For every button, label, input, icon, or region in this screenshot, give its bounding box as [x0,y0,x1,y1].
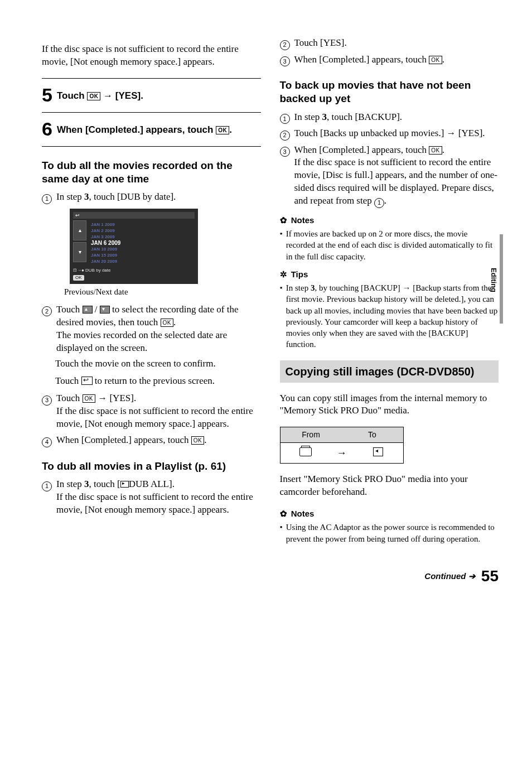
text: , touch [DUB by date]. [89,191,176,202]
screenshot-label: DUB by date [85,268,110,273]
notes-label: Notes [291,509,315,518]
subsection-dub-same-day: To dub all the movies recorded on the sa… [42,159,261,186]
playlist-substep-1: 1 In step 3, touch [DUB ALL]. If the dis… [42,478,261,517]
backup-substep-1: 1 In step 3, touch [BACKUP]. [280,111,499,124]
internal-memory-icon [299,447,312,456]
ok-button-icon: OK [216,126,229,134]
playlist-substep-3: 3 When [Completed.] appears, touch OK. [280,54,499,67]
substep-2: 2 Touch / to select the recording date o… [42,303,261,355]
date-item: JAN 15 2009 [91,252,192,258]
return-text: Touch to return to the previous screen. [55,375,261,388]
playlist-icon [120,481,129,488]
arrow-right-icon: → [331,446,353,460]
continued-label: Continued [424,571,466,581]
right-column: 2 Touch [YES]. 3 When [Completed.] appea… [280,33,499,549]
substep-4: 4 When [Completed.] appears, touch OK. [42,434,261,447]
continued-arrow-icon: ➔ [468,571,476,582]
side-tab-label: Editing [489,268,499,292]
page-footer: Continued ➔ 55 [42,566,499,587]
divider [42,78,261,79]
circled-3-icon: 3 [280,147,290,157]
note-item: Using the AC Adaptor as the power source… [280,522,499,544]
circled-1-icon: 1 [280,114,290,124]
text: Touch [56,304,83,315]
circled-3-icon: 3 [42,396,52,406]
memory-stick-icon [373,447,383,456]
notes-icon: ✿ [280,215,289,226]
return-icon [81,377,93,385]
text: Using the AC Adaptor as the power source… [286,522,499,544]
date-item: JAN 3 2009 [91,234,192,240]
return-icon: ↩ [75,212,80,219]
copy-media-table: From To → [280,427,404,464]
dub-icon: ⊡→● [73,268,85,273]
step-number-6: 6 [42,119,52,138]
backup-substep-3: 3 When [Completed.] appears, touch OK. I… [280,144,499,208]
tip-item: In step 3, by touching [BACKUP] → [Backu… [280,282,499,350]
text: When [Completed.] appears, touch [294,54,429,65]
text: . [442,144,444,155]
date-item-selected: JAN 6 2009 [91,240,192,246]
left-column: If the disc space is not sufficient to r… [42,33,261,549]
screenshot-caption: Previous/Next date [64,286,261,297]
circled-1-icon: 1 [42,481,52,491]
subsection-backup: To back up movies that have not been bac… [280,79,499,105]
text: The movies recorded on the selected date… [56,330,227,353]
text: Touch [55,375,81,386]
step-6: 6 When [Completed.] appears, touch OK. [42,120,261,138]
text: Touch [Backs up unbacked up movies.] → [… [294,127,485,141]
date-list: JAN 1 2009 JAN 2 2009 JAN 3 2009 JAN 6 2… [89,220,195,266]
notes-icon: ✿ [280,508,289,519]
text: . [173,317,176,327]
text: . [442,54,444,65]
table-header-to: To [342,427,403,442]
ok-button-icon: OK [429,146,442,155]
divider [42,112,261,113]
copy-intro-paragraph: You can copy still images from the inter… [280,392,499,418]
prev-date-button: ▴ [73,220,86,240]
table-header-from: From [280,427,342,442]
backup-substep-2: 2 Touch [Backs up unbacked up movies.] →… [280,127,499,141]
up-button-icon [83,306,93,314]
text: . [384,195,386,206]
circled-2-icon: 2 [280,131,290,141]
text: , touch [BACKUP]. [327,112,402,122]
playlist-substep-2: 2 Touch [YES]. [280,37,499,50]
circled-2-icon: 2 [280,40,290,50]
date-item: JAN 2 2009 [91,228,192,234]
text: In step [286,283,311,292]
text: If the disc space is not sufficient to r… [294,157,497,206]
step-ref: 3 [84,479,89,489]
date-item: JAN 20 2009 [91,258,192,264]
text: If the disc space is not sufficient to r… [56,406,253,429]
section-copy-still-images: Copying still images (DCR-DVD850) [280,360,499,383]
step5-text-post: → [YES]. [100,90,143,101]
side-tab-bar [500,234,503,324]
notes-heading: ✿ Notes [280,215,499,226]
text: , touch [ [89,479,120,489]
text: → [YES]. [95,393,136,403]
ok-button-icon: OK [191,436,204,445]
notes-label: Notes [291,215,315,225]
substep-3: 3 Touch OK → [YES]. If the disc space is… [42,392,261,431]
note-item: If movies are backed up on 2 or more dis… [280,228,499,262]
subsection-dub-playlist: To dub all movies in a Playlist (p. 61) [42,460,261,473]
camcorder-screenshot: ↩ ▴ ▾ JAN 1 2009 JAN 2 2009 JAN 3 2009 J… [70,209,198,285]
text: . [204,435,206,445]
notes-heading: ✿ Notes [280,508,499,519]
copy-after-paragraph: Insert "Memory Stick PRO Duo" media into… [280,473,499,499]
text: If the disc space is not sufficient to r… [56,491,253,515]
intro-paragraph: If the disc space is not sufficient to r… [42,43,261,69]
divider [42,146,261,147]
text: In step [294,112,322,122]
circled-1-icon: 1 [42,194,52,204]
circled-3-icon: 3 [280,56,290,66]
tips-heading: ✲ Tips [280,269,499,280]
step-ref: 3 [84,191,89,202]
down-button-icon [100,306,110,314]
page-number: 55 [481,567,499,585]
ok-button-icon: OK [429,56,442,64]
date-item: JAN 10 2009 [91,246,192,252]
text: to return to the previous screen. [93,375,215,386]
circled-1-icon: 1 [374,198,384,208]
